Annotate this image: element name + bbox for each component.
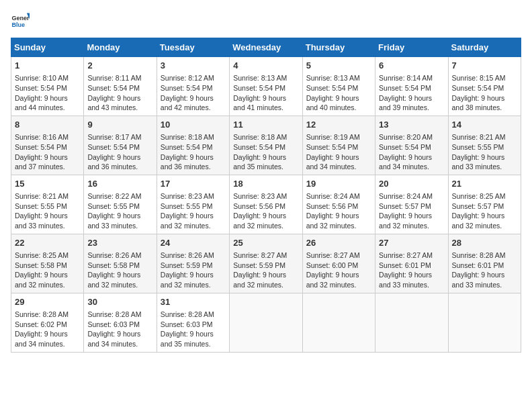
day-of-week-header: Thursday [302, 38, 375, 57]
day-of-week-header: Tuesday [157, 38, 229, 57]
svg-text:General: General [11, 15, 30, 21]
calendar-cell: 21Sunrise: 8:25 AMSunset: 5:57 PMDayligh… [448, 175, 521, 234]
calendar-cell: 15Sunrise: 8:21 AMSunset: 5:55 PMDayligh… [11, 175, 84, 234]
day-number: 14 [452, 119, 517, 131]
calendar-cell: 20Sunrise: 8:24 AMSunset: 5:57 PMDayligh… [375, 175, 448, 234]
day-number: 10 [161, 119, 226, 131]
calendar-cell: 18Sunrise: 8:23 AMSunset: 5:56 PMDayligh… [230, 175, 302, 234]
calendar-cell: 3Sunrise: 8:12 AMSunset: 5:54 PMDaylight… [157, 57, 229, 116]
svg-text:Blue: Blue [11, 21, 25, 28]
calendar-cell: 16Sunrise: 8:22 AMSunset: 5:55 PMDayligh… [84, 175, 157, 234]
calendar-cell: 4Sunrise: 8:13 AMSunset: 5:54 PMDaylight… [230, 57, 302, 116]
calendar-week-row: 22Sunrise: 8:25 AMSunset: 5:58 PMDayligh… [11, 234, 521, 293]
calendar-cell: 2Sunrise: 8:11 AMSunset: 5:54 PMDaylight… [84, 57, 157, 116]
day-number: 25 [233, 237, 298, 249]
calendar-cell: 26Sunrise: 8:27 AMSunset: 6:00 PMDayligh… [302, 234, 375, 293]
day-of-week-header: Monday [84, 38, 157, 57]
day-of-week-header: Saturday [448, 38, 521, 57]
day-number: 11 [233, 119, 298, 131]
calendar-cell: 6Sunrise: 8:14 AMSunset: 5:54 PMDaylight… [375, 57, 448, 116]
day-number: 18 [233, 178, 298, 190]
calendar-cell: 27Sunrise: 8:27 AMSunset: 6:01 PMDayligh… [375, 234, 448, 293]
calendar-cell [302, 293, 375, 352]
calendar-week-row: 1Sunrise: 8:10 AMSunset: 5:54 PMDaylight… [11, 57, 521, 116]
day-number: 7 [452, 60, 517, 72]
day-number: 23 [87, 237, 152, 249]
day-number: 13 [379, 119, 444, 131]
calendar-cell: 22Sunrise: 8:25 AMSunset: 5:58 PMDayligh… [11, 234, 84, 293]
calendar-cell: 25Sunrise: 8:27 AMSunset: 5:59 PMDayligh… [230, 234, 302, 293]
day-number: 22 [15, 237, 80, 249]
calendar-week-row: 15Sunrise: 8:21 AMSunset: 5:55 PMDayligh… [11, 175, 521, 234]
calendar-cell: 30Sunrise: 8:28 AMSunset: 6:03 PMDayligh… [84, 293, 157, 352]
calendar-cell [448, 293, 521, 352]
day-number: 30 [87, 296, 152, 308]
day-of-week-header: Sunday [11, 38, 84, 57]
day-number: 29 [15, 296, 80, 308]
day-number: 31 [161, 296, 226, 308]
calendar-cell: 12Sunrise: 8:19 AMSunset: 5:54 PMDayligh… [302, 116, 375, 175]
calendar-cell: 19Sunrise: 8:24 AMSunset: 5:56 PMDayligh… [302, 175, 375, 234]
calendar-cell: 8Sunrise: 8:16 AMSunset: 5:54 PMDaylight… [11, 116, 84, 175]
calendar-week-row: 8Sunrise: 8:16 AMSunset: 5:54 PMDaylight… [11, 116, 521, 175]
logo-icon: General Blue [11, 11, 30, 30]
day-number: 28 [452, 237, 517, 249]
calendar-cell: 23Sunrise: 8:26 AMSunset: 5:58 PMDayligh… [84, 234, 157, 293]
calendar-cell: 9Sunrise: 8:17 AMSunset: 5:54 PMDaylight… [84, 116, 157, 175]
calendar-cell: 11Sunrise: 8:18 AMSunset: 5:54 PMDayligh… [230, 116, 302, 175]
calendar-table: SundayMondayTuesdayWednesdayThursdayFrid… [11, 38, 521, 353]
calendar-cell: 10Sunrise: 8:18 AMSunset: 5:54 PMDayligh… [157, 116, 229, 175]
day-number: 20 [379, 178, 444, 190]
day-number: 26 [306, 237, 371, 249]
day-number: 4 [233, 60, 298, 72]
calendar-cell [230, 293, 302, 352]
calendar-cell: 7Sunrise: 8:15 AMSunset: 5:54 PMDaylight… [448, 57, 521, 116]
day-number: 15 [15, 178, 80, 190]
day-number: 19 [306, 178, 371, 190]
calendar-cell: 28Sunrise: 8:28 AMSunset: 6:01 PMDayligh… [448, 234, 521, 293]
day-number: 9 [87, 119, 152, 131]
day-number: 3 [161, 60, 226, 72]
calendar-cell: 5Sunrise: 8:13 AMSunset: 5:54 PMDaylight… [302, 57, 375, 116]
day-number: 17 [161, 178, 226, 190]
calendar-week-row: 29Sunrise: 8:28 AMSunset: 6:02 PMDayligh… [11, 293, 521, 352]
calendar-cell: 13Sunrise: 8:20 AMSunset: 5:54 PMDayligh… [375, 116, 448, 175]
calendar-cell: 24Sunrise: 8:26 AMSunset: 5:59 PMDayligh… [157, 234, 229, 293]
day-number: 6 [379, 60, 444, 72]
calendar-cell: 17Sunrise: 8:23 AMSunset: 5:55 PMDayligh… [157, 175, 229, 234]
day-of-week-header: Friday [375, 38, 448, 57]
day-number: 12 [306, 119, 371, 131]
day-number: 21 [452, 178, 517, 190]
calendar-cell: 14Sunrise: 8:21 AMSunset: 5:55 PMDayligh… [448, 116, 521, 175]
page-header: General Blue [11, 11, 521, 30]
calendar-cell [375, 293, 448, 352]
calendar-cell: 31Sunrise: 8:28 AMSunset: 6:03 PMDayligh… [157, 293, 229, 352]
day-number: 1 [15, 60, 80, 72]
day-of-week-header: Wednesday [230, 38, 302, 57]
day-number: 24 [161, 237, 226, 249]
day-number: 2 [87, 60, 152, 72]
logo: General Blue [11, 11, 30, 30]
calendar-header-row: SundayMondayTuesdayWednesdayThursdayFrid… [11, 38, 521, 57]
day-number: 8 [15, 119, 80, 131]
day-number: 16 [87, 178, 152, 190]
day-number: 5 [306, 60, 371, 72]
day-number: 27 [379, 237, 444, 249]
calendar-cell: 29Sunrise: 8:28 AMSunset: 6:02 PMDayligh… [11, 293, 84, 352]
calendar-cell: 1Sunrise: 8:10 AMSunset: 5:54 PMDaylight… [11, 57, 84, 116]
